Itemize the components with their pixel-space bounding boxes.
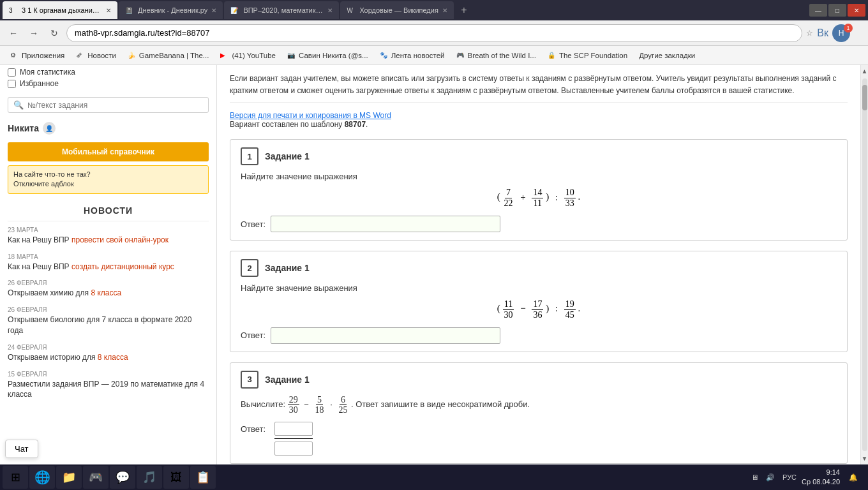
task3-frac2: 5 18 [314, 395, 326, 415]
tab-favicon-4: W [347, 6, 355, 15]
task2-frac1-num: 11 [503, 299, 514, 309]
taskbar-discord[interactable]: 💬 [110, 466, 135, 489]
task2-divide: : [555, 303, 558, 313]
bookmark-star-icon[interactable]: ☆ [806, 29, 813, 38]
chrome-icon: 🌐 [33, 468, 51, 486]
close-button[interactable]: ✕ [848, 4, 865, 17]
tab-close-1[interactable]: ✕ [211, 7, 216, 14]
search-icon: 🔍 [13, 100, 24, 110]
answer-input-2[interactable] [271, 327, 500, 344]
news-date-5: 15 ФЕВРАЛЯ [8, 371, 209, 378]
bookmark-instagram-label: Савин Никита (@s... [299, 52, 368, 59]
back-button[interactable]: ← [5, 25, 22, 41]
task2-frac2-num: 17 [532, 299, 543, 309]
news-anchor-1[interactable]: создать дистанционный курс [71, 262, 174, 271]
my-stats-checkbox[interactable] [8, 68, 16, 77]
taskbar-language[interactable]: РУС [780, 473, 799, 481]
tab-1[interactable]: 📓 Дневник - Дневник.ру ✕ [119, 1, 223, 19]
news-item-0: 23 МАРТА Как на Решу ВПР провести свой о… [8, 226, 209, 246]
search-input[interactable] [27, 101, 203, 110]
news-item-1: 18 МАРТА Как на Решу ВПР создать дистанц… [8, 253, 209, 272]
task2-dot: . [578, 303, 581, 313]
bookmark-apps[interactable]: ⚙ Приложения [5, 48, 70, 63]
task1-frac1-num: 7 [505, 188, 512, 198]
bookmark-news-label: Новости [87, 52, 116, 59]
maximize-button[interactable]: □ [828, 4, 846, 17]
taskbar-notification-icon[interactable]: 🔔 [846, 473, 860, 482]
content-area: Если вариант задан учителем, вы можете в… [217, 65, 860, 464]
checkbox-my-stats[interactable]: Моя статистика [8, 68, 209, 77]
answer-input-1[interactable] [271, 216, 500, 232]
tab-close-4[interactable]: ✕ [442, 7, 447, 14]
address-input[interactable] [66, 24, 802, 42]
bookmark-zelda[interactable]: 🎮 Breath of the Wild I... [451, 48, 541, 63]
tab-close-2[interactable]: ✕ [327, 7, 333, 14]
tab-4[interactable]: W Хордовые — Википедия ✕ [340, 1, 454, 19]
my-stats-label: Моя статистика [20, 68, 75, 77]
version-link[interactable]: Версия для печати и копирования в MS Wor… [230, 111, 391, 120]
task-header-3: 3 Задание 1 [241, 371, 837, 389]
discord-icon: 💬 [114, 468, 131, 486]
scroll-thumb[interactable] [862, 85, 867, 110]
bookmark-gamebanana[interactable]: 🍌 GameBanana | The... [123, 48, 214, 63]
bookmark-youtube[interactable]: ▶ (41) YouTube [215, 48, 281, 63]
bookmark-others-label: Другие закладки [639, 52, 695, 59]
forward-button[interactable]: → [26, 25, 42, 41]
task-header-2: 2 Задание 1 [241, 259, 837, 277]
news-anchor-0[interactable]: провести свой онлайн-урок [71, 235, 168, 244]
steam-icon: 🎮 [87, 468, 105, 486]
tab-label-1: Дневник - Дневник.ру [138, 6, 207, 14]
tab-close-3[interactable]: ✕ [106, 7, 111, 14]
taskbar-volume-icon[interactable]: 🔊 [763, 473, 777, 482]
tab-2[interactable]: 📝 ВПР–2020, математика–8: зада... ✕ [224, 1, 339, 19]
adblock-notice: На сайте что-то не так? Отключите адблок [8, 165, 209, 194]
taskbar-clock: 9:14 Ср 08.04.20 [802, 468, 844, 487]
news-anchor-4[interactable]: 8 класса [98, 353, 128, 362]
new-tab-button[interactable]: + [455, 1, 473, 19]
right-scrollbar[interactable]: ▲ ▼ [860, 65, 868, 464]
scroll-down-arrow[interactable]: ▼ [860, 454, 868, 463]
checkbox-favorites[interactable]: Избранное [8, 79, 209, 88]
task-description-2: Найдите значение выражения [241, 283, 837, 293]
minimize-button[interactable]: — [809, 4, 827, 17]
answer-label-2: Ответ: [241, 330, 266, 340]
bookmark-scp[interactable]: 🔒 The SCP Foundation [542, 48, 632, 63]
photoshop-icon: 🖼 [167, 468, 185, 486]
taskbar-photoshop[interactable]: 🖼 [163, 466, 189, 489]
taskbar-fl-studio[interactable]: 🎵 [137, 466, 162, 489]
bookmark-apps-label: Приложения [22, 52, 64, 59]
gamebanana-favicon: 🍌 [128, 51, 137, 60]
taskbar: ⊞ 🌐 📁 🎮 💬 🎵 🖼 📋 🖥 🔊 РУС 9:14 Ср 08.04.20… [0, 464, 868, 490]
taskbar-explorer[interactable]: 📁 [56, 466, 82, 489]
answer-denominator-3[interactable] [274, 442, 313, 456]
scroll-up-arrow[interactable]: ▲ [860, 66, 868, 76]
task3-frac1-num: 29 [288, 395, 299, 405]
taskbar-steam[interactable]: 🎮 [83, 466, 108, 489]
bookmark-others[interactable]: Другие закладки [634, 48, 700, 63]
math-expression-1: ( 7 22 + 14 11 ) : 10 33 [241, 188, 837, 208]
answer-numerator-3[interactable] [274, 422, 313, 436]
mobile-ref-button[interactable]: Мобильный справочник [8, 142, 209, 161]
task-description-3: Вычислите: 29 30 − 5 18 · 6 25 [241, 395, 837, 415]
favorites-checkbox[interactable] [8, 80, 16, 88]
answer-row-2: Ответ: [241, 327, 837, 344]
task-body-2: Найдите значение выражения ( 11 30 − 17 … [241, 283, 837, 344]
news-date-4: 24 ФЕВРАЛЯ [8, 344, 209, 351]
sidebar-search[interactable]: 🔍 [8, 97, 209, 113]
tab-active[interactable]: 3 3 1 К органам дыхания членисто... ✕ [3, 1, 117, 19]
task2-frac1: 11 30 [502, 299, 514, 320]
scroll-thumb-area[interactable] [862, 78, 867, 451]
taskbar-app[interactable]: 📋 [190, 466, 216, 489]
task-number-2: 2 [241, 259, 258, 277]
bookmark-feed[interactable]: 🐾 Лента новостей [375, 48, 450, 63]
bookmark-news[interactable]: 🗞 Новости [71, 48, 121, 63]
task2-bracket-close: ) [546, 303, 549, 313]
refresh-button[interactable]: ↻ [46, 25, 63, 41]
news-link-3: Открываем биологию для 7 класса в формат… [8, 315, 209, 336]
chat-button[interactable]: Чат [5, 440, 38, 458]
taskbar-chrome[interactable]: 🌐 [29, 466, 55, 489]
task1-frac1-den: 22 [502, 198, 514, 208]
news-anchor-2[interactable]: 8 класса [91, 288, 121, 297]
taskbar-start[interactable]: ⊞ [3, 466, 28, 489]
bookmark-instagram[interactable]: 📷 Савин Никита (@s... [282, 48, 373, 63]
